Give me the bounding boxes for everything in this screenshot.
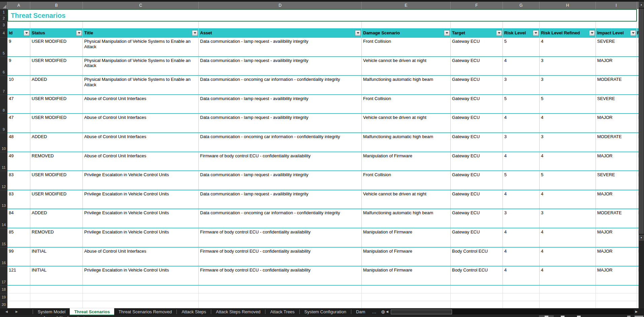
column-header-risk-level[interactable]: Risk Level bbox=[503, 28, 540, 38]
cell-risk-level[interactable]: 4 bbox=[503, 57, 540, 75]
row-header-18[interactable]: 18 bbox=[0, 286, 7, 293]
cell-impact-level[interactable]: MAJOR bbox=[596, 248, 637, 266]
empty-cell[interactable] bbox=[83, 22, 199, 28]
cell-asset[interactable]: Data communication - lamp request - avai… bbox=[199, 171, 362, 190]
empty-cell[interactable] bbox=[451, 293, 503, 301]
empty-cell[interactable] bbox=[540, 293, 596, 301]
cell-risk-level[interactable]: 5 bbox=[503, 171, 540, 190]
cell-damage-scenario[interactable]: Manipulation of Firmware bbox=[362, 152, 451, 171]
empty-cell[interactable] bbox=[503, 286, 540, 293]
cell-risk-level[interactable]: 5 bbox=[503, 38, 540, 56]
zoom-slider[interactable] bbox=[627, 316, 631, 317]
cell-risk-level-refined[interactable]: 4 bbox=[540, 152, 596, 171]
cell-risk-level[interactable]: 3 bbox=[503, 209, 540, 228]
cell-risk-level[interactable]: 4 bbox=[503, 114, 540, 132]
column-header-id[interactable]: Id bbox=[7, 28, 30, 38]
tab-attack-steps[interactable]: Attack Steps bbox=[177, 308, 211, 315]
cell-asset[interactable]: Data communication - lamp request - avai… bbox=[199, 190, 362, 209]
cell-risk-level-refined[interactable]: 4 bbox=[540, 190, 596, 209]
cell-impact-level[interactable]: SEVERE bbox=[596, 38, 637, 56]
empty-cell[interactable] bbox=[83, 286, 199, 293]
empty-cell[interactable] bbox=[503, 293, 540, 301]
row-header-6[interactable]: 6 bbox=[0, 57, 7, 76]
cell-status[interactable]: ADDED bbox=[30, 76, 83, 94]
row-header-2[interactable]: 2 bbox=[0, 15, 7, 22]
filter-button[interactable] bbox=[76, 30, 82, 36]
cell-status[interactable]: REMOVED bbox=[30, 152, 83, 171]
cell-id[interactable]: 9 bbox=[7, 57, 30, 75]
cell-damage-scenario[interactable]: Manipulation of Firmware bbox=[362, 266, 451, 285]
empty-cell[interactable] bbox=[7, 301, 30, 308]
column-header-B[interactable]: B bbox=[30, 2, 83, 9]
empty-cell[interactable] bbox=[30, 293, 83, 301]
empty-cell[interactable] bbox=[199, 293, 362, 301]
empty-cell[interactable] bbox=[83, 293, 199, 301]
cell-impact-level[interactable]: MAJOR bbox=[596, 152, 637, 171]
cell-id[interactable]: 121 bbox=[7, 266, 30, 285]
row-header-14[interactable]: 14 bbox=[0, 209, 7, 228]
column-header-A[interactable]: A bbox=[7, 2, 30, 9]
empty-cell[interactable] bbox=[7, 293, 30, 301]
cell-impact-level[interactable]: MAJOR bbox=[596, 190, 637, 209]
cell-impact-level[interactable]: MODERATE bbox=[596, 209, 637, 228]
tab-threat-scenarios-removed[interactable]: Threat Scenarios Removed bbox=[114, 308, 176, 315]
cell-id[interactable]: 9 bbox=[7, 38, 30, 56]
cell-target[interactable]: Gateway ECU bbox=[451, 228, 503, 247]
cell-damage-scenario[interactable]: Manipulation of Firmware bbox=[362, 248, 451, 266]
cell-asset[interactable]: Data communication - lamp request - avai… bbox=[199, 95, 362, 114]
cell-title[interactable]: Abuse of Control Unit Interfaces bbox=[83, 133, 199, 152]
cell-status[interactable]: INITIAL bbox=[30, 248, 83, 266]
cell-id[interactable]: 47 bbox=[7, 95, 30, 114]
row-header-19[interactable]: 19 bbox=[0, 293, 7, 301]
cell-damage-scenario[interactable]: Malfunctioning automatic high beam bbox=[362, 133, 451, 152]
scroll-down-icon[interactable]: ▼ bbox=[639, 235, 644, 241]
tab-attack-steps-removed[interactable]: Attack Steps Removed bbox=[212, 308, 265, 315]
cell-damage-scenario[interactable]: Vehicle cannot be driven at night bbox=[362, 114, 451, 132]
empty-cell[interactable] bbox=[362, 22, 451, 28]
empty-cell[interactable] bbox=[30, 22, 83, 28]
empty-cell[interactable] bbox=[503, 301, 540, 308]
vertical-scrollbar[interactable]: ▲ ▼ bbox=[639, 0, 644, 308]
empty-cell[interactable] bbox=[362, 301, 451, 308]
column-header-C[interactable]: C bbox=[83, 2, 199, 9]
tab-nav-right-icon[interactable]: ▶ bbox=[15, 308, 18, 315]
cell-id[interactable]: 85 bbox=[7, 228, 30, 247]
cell-impact-level[interactable]: MAJOR bbox=[596, 57, 637, 75]
empty-cell[interactable] bbox=[596, 286, 637, 293]
empty-cell[interactable] bbox=[503, 22, 540, 28]
cell-id[interactable]: 84 bbox=[7, 209, 30, 228]
empty-cell[interactable] bbox=[7, 22, 30, 28]
cell-risk-level-refined[interactable]: 4 bbox=[540, 38, 596, 56]
cell-target[interactable]: Gateway ECU bbox=[451, 114, 503, 132]
cell-title[interactable]: Privilege Escalation in Vehicle Control … bbox=[83, 266, 199, 285]
cell-id[interactable]: 49 bbox=[7, 152, 30, 171]
column-header-risk-level-refined[interactable]: Risk Level Refined bbox=[540, 28, 596, 38]
empty-cell[interactable] bbox=[451, 22, 503, 28]
column-header-impact-level[interactable]: Impact Level bbox=[596, 28, 637, 38]
column-header-asset[interactable]: Asset bbox=[199, 28, 362, 38]
page-break-view-icon[interactable] bbox=[577, 316, 581, 317]
cell-title[interactable]: Abuse of Control Unit Interfaces bbox=[83, 152, 199, 171]
cell-target[interactable]: Gateway ECU bbox=[451, 190, 503, 209]
row-header-11[interactable]: 11 bbox=[0, 152, 7, 171]
empty-cell[interactable] bbox=[199, 286, 362, 293]
cell-risk-level-refined[interactable]: 3 bbox=[540, 57, 596, 75]
cell-status[interactable]: USER MODIFIED bbox=[30, 114, 83, 132]
cell-target[interactable]: Gateway ECU bbox=[451, 209, 503, 228]
column-header-damage-scenario[interactable]: Damage Scenario bbox=[362, 28, 451, 38]
cell-damage-scenario[interactable]: Vehicle cannot be driven at night bbox=[362, 57, 451, 75]
row-header-3[interactable]: 3 bbox=[0, 22, 7, 28]
row-header-9[interactable]: 9 bbox=[0, 114, 7, 133]
cell-target[interactable]: Gateway ECU bbox=[451, 171, 503, 190]
cell-risk-level[interactable]: 4 bbox=[503, 266, 540, 285]
cell-impact-level[interactable]: SEVERE bbox=[596, 95, 637, 114]
cell-risk-level[interactable]: 5 bbox=[503, 95, 540, 114]
cell-impact-level[interactable]: MODERATE bbox=[596, 76, 637, 94]
row-header-17[interactable]: 17 bbox=[0, 266, 7, 286]
cell-title[interactable]: Abuse of Control Unit Interfaces bbox=[83, 248, 199, 266]
cell-status[interactable]: ADDED bbox=[30, 133, 83, 152]
cell-damage-scenario[interactable]: Front Collision bbox=[362, 171, 451, 190]
column-header-I[interactable]: I bbox=[596, 2, 637, 9]
empty-cell[interactable] bbox=[596, 22, 637, 28]
cell-target[interactable]: Gateway ECU bbox=[451, 152, 503, 171]
